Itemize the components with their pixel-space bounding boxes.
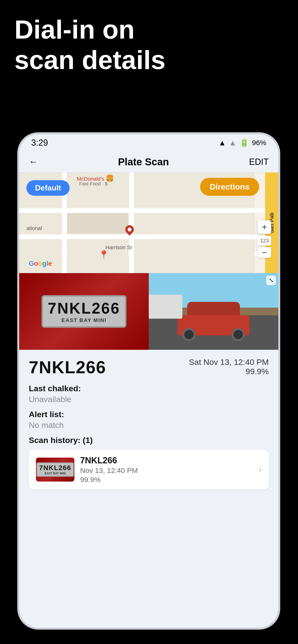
alert-list-label: Alert list: xyxy=(29,410,269,419)
road-horizontal-1 xyxy=(19,208,278,213)
last-chalked-row: Last chalked: Unavailable xyxy=(29,384,269,404)
zoom-out-button[interactable]: − xyxy=(258,247,271,258)
phone-frame: 3:29 ▲ ▲ 🔋 96% ← Plate Scan EDIT xyxy=(19,134,278,628)
history-date: Nov 13, 12:40 PM xyxy=(80,466,253,474)
harrison-street-label: Harrison St xyxy=(106,244,132,250)
map-background: San Pab ational McDonald's 🍔 Fast Food ·… xyxy=(19,172,278,273)
history-plate-text: 7NKL266 xyxy=(80,456,253,466)
wifi-icon: ▲ xyxy=(219,138,226,147)
directions-button[interactable]: Directions xyxy=(200,178,259,196)
confidence-value: 99.9% xyxy=(189,367,269,376)
plate-photo: 7NKL266 EAST BAY MINI xyxy=(19,273,149,350)
last-chalked-label: Last chalked: xyxy=(29,384,269,393)
signal-icon: ▲ xyxy=(229,138,237,147)
date-confidence-block: Sat Nov 13, 12:40 PM 99.9% xyxy=(189,358,269,376)
road-horizontal-2 xyxy=(19,235,278,239)
map-block-5 xyxy=(19,240,61,273)
status-bar: 3:29 ▲ ▲ 🔋 96% xyxy=(19,134,278,152)
top-nav: ← Plate Scan EDIT xyxy=(19,152,278,172)
battery-percentage: 96% xyxy=(252,139,266,147)
history-card[interactable]: 7NKL266 EAST BAY MINI 7NKL266 Nov 13, 12… xyxy=(29,450,269,490)
details-section: 7NKL266 Sat Nov 13, 12:40 PM 99.9% Last … xyxy=(19,350,278,497)
scan-date: Sat Nov 13, 12:40 PM xyxy=(189,358,269,367)
map-block-8 xyxy=(134,213,254,234)
map-container[interactable]: San Pab ational McDonald's 🍔 Fast Food ·… xyxy=(19,172,278,273)
status-icons: ▲ ▲ 🔋 96% xyxy=(219,138,266,147)
history-plate-state: EAST BAY MINI xyxy=(39,472,71,475)
map-block-center xyxy=(67,213,128,234)
fast-food-label: Fast Food · $ xyxy=(79,181,107,187)
plate-photo-container[interactable]: 7NKL266 EAST BAY MINI xyxy=(19,273,149,350)
back-arrow-icon: ← xyxy=(29,157,38,167)
history-plate-frame: 7NKL266 EAST BAY MINI xyxy=(37,462,74,477)
edit-button[interactable]: EDIT xyxy=(249,157,269,167)
road-vertical-2 xyxy=(129,172,134,273)
scan-history-title: Scan history: (1) xyxy=(29,436,269,445)
plate-info-row: 7NKL266 Sat Nov 13, 12:40 PM 99.9% xyxy=(29,358,269,377)
national-label: ational xyxy=(26,225,42,232)
status-time: 3:29 xyxy=(31,138,48,148)
page-title: Plate Scan xyxy=(118,156,169,168)
plate-number-on-photo: 7NKL266 xyxy=(48,300,120,317)
alert-list-row: Alert list: No match xyxy=(29,410,269,430)
history-chevron-icon: › xyxy=(259,464,261,474)
car-photo-container[interactable]: ⤡ xyxy=(149,273,278,350)
back-button[interactable]: ← xyxy=(29,157,38,167)
plate-frame: 7NKL266 EAST BAY MINI xyxy=(42,295,126,328)
google-logo: Google xyxy=(29,260,52,268)
map-block-9 xyxy=(134,240,254,273)
current-location-pin: 📍 xyxy=(98,250,109,260)
history-card-info: 7NKL266 Nov 13, 12:40 PM 99.9% xyxy=(80,456,253,484)
map-location-marker xyxy=(125,225,134,237)
marker-pin xyxy=(123,224,136,236)
plate-state-on-photo: EAST BAY MINI xyxy=(61,317,106,324)
plate-number-text: 7NKL266 xyxy=(29,358,106,377)
car-photo: ⤡ xyxy=(149,273,278,350)
history-plate-number: 7NKL266 xyxy=(39,464,71,472)
alert-list-value: No match xyxy=(29,420,269,430)
zoom-level-badge: 123 xyxy=(258,236,271,246)
last-chalked-value: Unavailable xyxy=(29,394,269,404)
history-plate-image: 7NKL266 EAST BAY MINI xyxy=(36,458,74,482)
expand-photo-button[interactable]: ⤡ xyxy=(266,276,276,285)
hero-title: Dial-in on scan details xyxy=(14,14,182,75)
photos-row: 7NKL266 EAST BAY MINI xyxy=(19,273,278,350)
default-map-button[interactable]: Default xyxy=(26,180,70,196)
zoom-in-button[interactable]: + xyxy=(258,220,271,234)
battery-icon: 🔋 xyxy=(239,138,249,147)
history-confidence: 99.9% xyxy=(80,476,253,484)
